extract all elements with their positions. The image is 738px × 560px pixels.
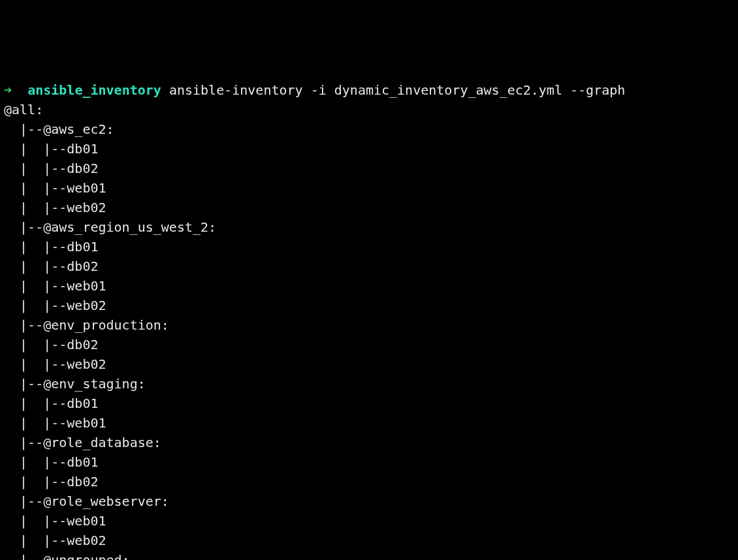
host-4-0: | |--db01 xyxy=(20,454,98,470)
host-2-0: | |--db02 xyxy=(20,337,98,352)
host-0-3: | |--web02 xyxy=(20,200,106,215)
host-0-0: | |--db01 xyxy=(20,141,98,157)
group-2: |--@env_production: xyxy=(20,317,169,333)
host-1-3: | |--web02 xyxy=(20,298,106,313)
group-6: |--@ungrouped: xyxy=(20,552,130,560)
command-text: ansible-inventory -i dynamic_inventory_a… xyxy=(169,82,625,98)
host-3-1: | |--web01 xyxy=(20,415,106,431)
host-4-1: | |--db02 xyxy=(20,474,98,490)
host-5-1: | |--web02 xyxy=(20,533,106,548)
host-5-0: | |--web01 xyxy=(20,513,106,529)
host-2-1: | |--web02 xyxy=(20,356,106,372)
group-all: @all: xyxy=(4,102,43,117)
group-0: |--@aws_ec2: xyxy=(20,121,114,137)
terminal-output: ➜ ansible_inventory ansible-inventory -i… xyxy=(4,80,734,560)
host-0-2: | |--web01 xyxy=(20,180,106,196)
host-1-1: | |--db02 xyxy=(20,258,98,274)
host-0-1: | |--db02 xyxy=(20,161,98,176)
host-3-0: | |--db01 xyxy=(20,396,98,411)
group-3: |--@env_staging: xyxy=(20,376,146,392)
group-4: |--@role_database: xyxy=(20,435,161,450)
group-1: |--@aws_region_us_west_2: xyxy=(20,219,216,235)
host-1-2: | |--web01 xyxy=(20,278,106,294)
prompt-arrow: ➜ xyxy=(4,82,12,98)
host-1-0: | |--db01 xyxy=(20,239,98,255)
group-5: |--@role_webserver: xyxy=(20,493,169,509)
prompt-dir: ansible_inventory xyxy=(27,82,161,98)
